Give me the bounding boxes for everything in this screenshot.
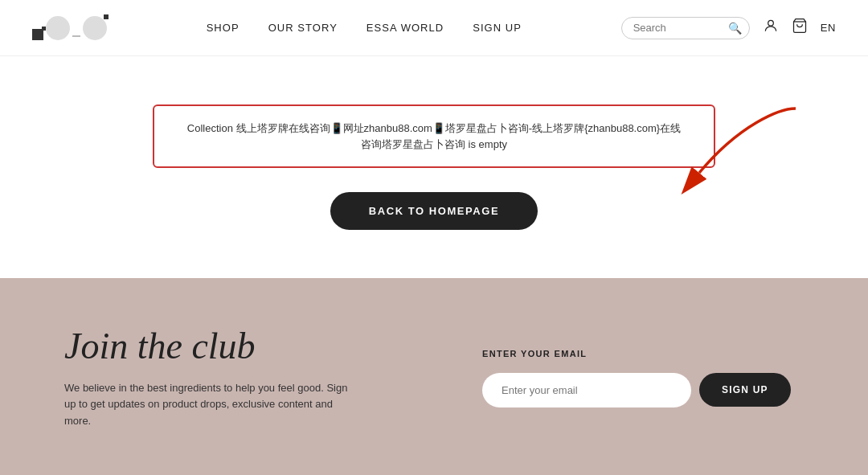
nav-essa-world[interactable]: ESSA WORLD [366,22,444,34]
join-section: Join the club We believe in the best ing… [0,278,868,475]
logo[interactable] [32,16,107,40]
header-right: 🔍 EN [621,17,836,39]
search-input[interactable] [633,22,722,34]
main-nav: SHOP OUR STORY ESSA WORLD SIGN UP [207,22,522,34]
join-right: ENTER YOUR EMAIL SIGN UP [482,349,804,407]
join-description: We believe in the best ingredients to he… [64,380,354,430]
collection-notice: Collection 线上塔罗牌在线咨询📱网址zhanbu88.com📱塔罗星盘… [153,104,715,168]
join-form: SIGN UP [482,373,804,407]
signup-button[interactable]: SIGN UP [699,373,791,407]
language-selector[interactable]: EN [821,22,836,34]
notice-text: Collection 线上塔罗牌在线咨询📱网址zhanbu88.com📱塔罗星盘… [187,122,681,150]
email-input[interactable] [482,373,691,407]
join-left: Join the club We believe in the best ing… [64,326,354,430]
svg-point-0 [768,20,773,26]
cart-icon[interactable] [792,18,808,38]
back-to-homepage-button[interactable]: BACK TO HOMEPAGE [330,192,538,230]
header: SHOP OUR STORY ESSA WORLD SIGN UP 🔍 EN [0,0,868,56]
search-icon: 🔍 [728,22,742,35]
join-title: Join the club [64,326,354,367]
nav-sign-up[interactable]: SIGN UP [473,22,522,34]
account-icon[interactable] [763,18,779,38]
email-label: ENTER YOUR EMAIL [482,349,804,358]
search-box[interactable]: 🔍 [621,17,750,39]
main-content: Collection 线上塔罗牌在线咨询📱网址zhanbu88.com📱塔罗星盘… [0,56,868,278]
nav-shop[interactable]: SHOP [207,22,240,34]
nav-our-story[interactable]: OUR STORY [268,22,338,34]
